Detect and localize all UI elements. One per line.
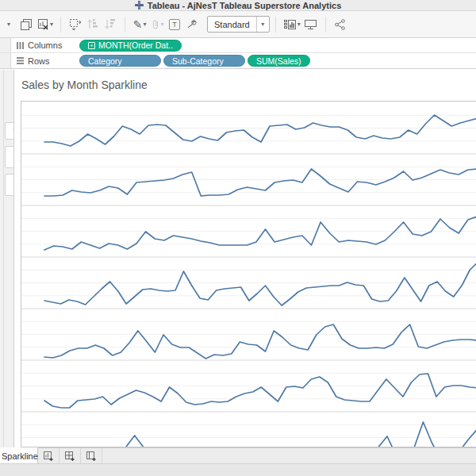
share-workbook-button[interactable] bbox=[332, 15, 349, 34]
toolbar-overflow-caret[interactable]: ▾ bbox=[0, 15, 17, 34]
marks-button-fragment[interactable] bbox=[5, 146, 14, 168]
toolbar-separator bbox=[325, 17, 326, 33]
toolbar-separator bbox=[275, 17, 276, 33]
toolbar-separator bbox=[60, 17, 61, 33]
clear-sheet-caret[interactable]: ▾ bbox=[50, 21, 53, 28]
clear-sheet-icon bbox=[36, 18, 49, 31]
sort-ascending-button[interactable] bbox=[84, 15, 102, 34]
toolbar-separator bbox=[125, 17, 125, 33]
sort-ascending-icon bbox=[86, 18, 99, 31]
show-hide-cards-button[interactable]: ▾ bbox=[282, 15, 302, 34]
marks-card-clipped-edge: ▾ bbox=[0, 70, 14, 447]
new-dashboard-icon bbox=[64, 451, 75, 462]
fit-mode-select[interactable]: Standard ▾ bbox=[207, 16, 270, 33]
tab-sparkline[interactable]: Sparkline bbox=[0, 447, 38, 463]
shelves: Columns + MONTH(Order Dat.. Rows bbox=[0, 38, 476, 70]
sparkline-5[interactable] bbox=[44, 324, 476, 359]
swap-rows-columns-button[interactable] bbox=[67, 15, 84, 34]
sheet-tab-bar: Sparkline bbox=[0, 447, 476, 463]
sort-descending-icon bbox=[104, 18, 117, 31]
rows-icon bbox=[17, 57, 24, 64]
text-label-icon: T bbox=[169, 19, 180, 30]
presentation-monitor-icon bbox=[304, 18, 317, 30]
expand-field-icon[interactable]: + bbox=[88, 42, 95, 49]
shelf-left-stub bbox=[0, 38, 11, 52]
paperclip-icon bbox=[151, 18, 160, 31]
highlight-button[interactable]: ✎ ▾ bbox=[131, 15, 148, 34]
rows-shelf-label: Rows bbox=[28, 56, 50, 66]
columns-icon bbox=[17, 42, 24, 49]
sparkline-3[interactable] bbox=[44, 217, 476, 250]
new-story-icon bbox=[86, 451, 97, 462]
new-dashboard-button[interactable] bbox=[60, 448, 81, 463]
columns-shelf-label: Columns bbox=[28, 40, 62, 50]
panel-divider bbox=[3, 70, 4, 447]
marks-button-fragment[interactable] bbox=[5, 174, 14, 196]
pill-month-order-date[interactable]: + MONTH(Order Dat.. bbox=[79, 40, 182, 52]
rows-shelf[interactable]: Rows Category Sub-Category SUM(Sales) bbox=[0, 53, 476, 69]
show-cards-caret[interactable]: ▾ bbox=[298, 21, 301, 28]
columns-shelf[interactable]: Columns + MONTH(Order Dat.. bbox=[0, 38, 476, 53]
clear-sheet-button[interactable]: ▾ bbox=[35, 15, 55, 34]
new-worksheet-button[interactable] bbox=[38, 448, 60, 463]
worksheet-canvas: Sales by Month Sparkline bbox=[14, 70, 476, 447]
group-members-button[interactable]: ▾ bbox=[148, 15, 166, 34]
sort-descending-button[interactable] bbox=[102, 15, 119, 34]
new-story-button[interactable] bbox=[81, 448, 102, 463]
mark-type-dropdown-fragment[interactable]: ▾ bbox=[5, 122, 14, 140]
status-bar bbox=[0, 463, 476, 476]
pill-sum-sales[interactable]: SUM(Sales) bbox=[248, 55, 310, 67]
toolbar: ▾ ▾ bbox=[0, 11, 476, 38]
highlight-caret[interactable]: ▾ bbox=[143, 21, 146, 28]
duplicate-sheet-icon bbox=[20, 18, 33, 31]
sparkline-7[interactable] bbox=[44, 422, 476, 447]
presentation-mode-button[interactable] bbox=[302, 15, 320, 34]
show-cards-icon bbox=[283, 18, 297, 31]
sheet-title: Sales by Month Sparkline bbox=[21, 79, 148, 91]
chart-pane[interactable] bbox=[21, 101, 476, 447]
group-members-caret[interactable]: ▾ bbox=[161, 21, 164, 28]
share-icon bbox=[334, 18, 347, 31]
pin-icon bbox=[186, 18, 198, 30]
new-worksheet-icon bbox=[43, 451, 54, 462]
window-titlebar: Tableau - AjNesT Tableau Superstore Anal… bbox=[0, 0, 476, 11]
tableau-window: Tableau - AjNesT Tableau Superstore Anal… bbox=[0, 0, 476, 476]
fit-mode-value: Standard bbox=[208, 20, 256, 29]
swap-rows-columns-icon bbox=[69, 18, 83, 31]
pill-sub-category[interactable]: Sub-Category bbox=[163, 55, 245, 67]
highlight-pen-icon: ✎ bbox=[133, 19, 143, 30]
fit-mode-caret[interactable]: ▾ bbox=[256, 17, 269, 32]
sparkline-chart[interactable] bbox=[21, 102, 476, 447]
show-mark-labels-button[interactable]: T bbox=[166, 15, 183, 34]
fix-axes-button[interactable] bbox=[183, 15, 201, 34]
shelf-left-stub bbox=[0, 53, 11, 68]
sparkline-6[interactable] bbox=[44, 374, 476, 408]
pill-category[interactable]: Category bbox=[79, 55, 161, 67]
sparkline-4[interactable] bbox=[44, 262, 476, 305]
tableau-logo-icon bbox=[135, 1, 144, 10]
duplicate-sheet-button[interactable] bbox=[17, 15, 35, 34]
sparkline-2[interactable] bbox=[44, 169, 476, 196]
window-title: Tableau - AjNesT Tableau Superstore Anal… bbox=[148, 0, 342, 11]
